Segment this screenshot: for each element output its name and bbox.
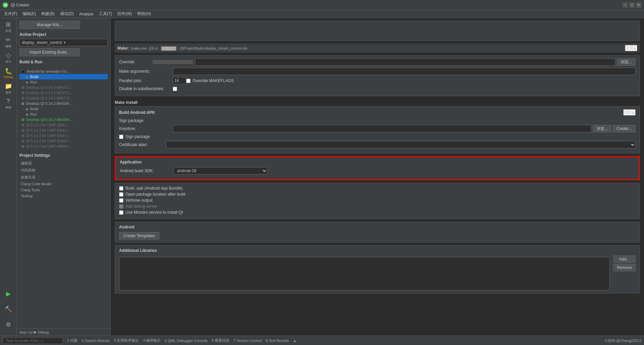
keystore-input[interactable] — [173, 125, 591, 132]
settings-editor[interactable]: 编辑器 — [19, 160, 108, 167]
sidebar-help[interactable]: ? 帮助 — [1, 96, 16, 111]
menu-controls[interactable]: 控件(W) — [115, 10, 135, 17]
uwp64-2-icon: 🖥 — [21, 134, 24, 138]
tree-build-android[interactable]: ▶ Build — [19, 74, 108, 79]
aab-label: Build .aab (Android App Bundle) — [125, 186, 183, 191]
verbose-checkbox[interactable] — [119, 198, 123, 203]
keystore-create-button[interactable]: Create... — [613, 125, 636, 132]
sidebar-edit[interactable]: ✏ 编辑 — [1, 35, 16, 50]
verbose-label: Verbose output — [125, 198, 153, 203]
tree-uwp-armv7-1[interactable]: 🖥 Qt 5.14.2 for UWP ARMv7 ... — [19, 138, 108, 144]
tree-uwp-64-1[interactable]: 🖥 Qt 5.14.2 for UWP 64bit (... — [19, 128, 108, 133]
apk-details-button[interactable]: 详情▲ — [623, 109, 636, 116]
libraries-list — [119, 257, 610, 290]
sidebar-welcome[interactable]: ⊞ 欢迎 — [1, 19, 16, 34]
keystore-browse-button[interactable]: 浏览... — [593, 125, 611, 132]
disable-subdirs-row: Disable in subdirectories: — [119, 86, 636, 91]
override-browse-button[interactable]: 浏览... — [617, 58, 636, 66]
statusbar-qml-debugger[interactable]: 5 QML Debugger Console — [165, 339, 207, 343]
manage-kits-button[interactable]: Manage Kits... — [19, 21, 80, 29]
android-section-header: Android — [119, 225, 636, 229]
tree-desktop-msvc1[interactable]: 🖥 Desktop Qt 5.14.2 MSVC2... — [19, 85, 108, 90]
make-details-button[interactable]: 详情▲ — [625, 45, 637, 51]
settings-testing[interactable]: Testing — [19, 193, 108, 199]
application-header: Application — [120, 160, 635, 164]
statusbar-problems[interactable]: 1 问题 — [67, 338, 77, 343]
tree-uwp-armv7-2[interactable]: 🖥 Qt 5.14.2 for UWP ARMv7 ... — [19, 144, 108, 149]
sidebar-debug[interactable]: 🐛 Debug — [1, 66, 16, 80]
libraries-remove-button[interactable]: Remove — [613, 264, 636, 271]
tree-android-arm[interactable]: 📱 Android for armeabi-v7a,... — [19, 68, 108, 74]
menu-debug[interactable]: 调试(D) — [57, 10, 76, 17]
statusbar-app-output[interactable]: 3 应用程序输出 — [114, 338, 139, 343]
sidebar-extra-btn[interactable]: ⚙ — [1, 318, 16, 332]
libraries-add-button[interactable]: Add... — [613, 256, 636, 263]
cert-alias-select[interactable] — [166, 141, 636, 148]
maximize-button[interactable]: □ — [629, 2, 635, 8]
tree-uwp-32[interactable]: 🖥 Qt 5.14.2 for UWP 32bit (... — [19, 122, 108, 128]
import-build-button[interactable]: Import Existing Build... — [19, 48, 80, 56]
override-input[interactable] — [195, 58, 615, 66]
debug-icon: 🐛 — [5, 67, 12, 75]
statusbar-search-results[interactable]: 2 Search Results — [82, 339, 110, 343]
parallel-jobs-spinbox[interactable] — [173, 77, 186, 84]
titlebar-title: Qt Creator — [11, 3, 30, 7]
tree-uwp-64-2[interactable]: 🖥 Qt 5.14.2 for UWP 64bit (... — [19, 133, 108, 138]
menu-analyze[interactable]: Analyze — [76, 11, 96, 17]
debug-label: Debug — [4, 75, 13, 79]
settings-code-style[interactable]: 代码风格 — [19, 167, 108, 174]
debug-bottom-icon: ▶ — [34, 330, 37, 334]
sign-package-checkbox[interactable] — [119, 135, 123, 139]
create-templates-button[interactable]: Create Templates — [119, 232, 159, 239]
sidebar-run-btn[interactable]: ▶ — [1, 287, 16, 301]
android-sdk-select[interactable]: android-28 android-29 android-30 — [173, 167, 267, 175]
tree-desktop-msvc3[interactable]: 🖥 Desktop Qt 5.14.2 MSVC2... — [19, 95, 108, 101]
tree-run-mingw[interactable]: ▶ Run — [19, 112, 108, 117]
settings-clang-tools[interactable]: Clang Tools — [19, 187, 108, 193]
aab-checkbox[interactable] — [119, 186, 123, 191]
active-project-label: Active Project — [19, 32, 108, 37]
checkbox-ministro: Use Ministro service to install Qt — [119, 210, 636, 215]
tree-desktop-mingw[interactable]: 🖥 Desktop Qt 5.14.2 MinGW ... — [19, 101, 108, 106]
sign-package-header-label: Sign package — [119, 118, 144, 123]
close-button[interactable]: ✕ — [636, 2, 641, 8]
uwp32-icon: 🖥 — [21, 123, 24, 127]
settings-clang-model[interactable]: Clang Code Model — [19, 181, 108, 187]
project-dropdown[interactable]: display_steam_control ▾ — [19, 39, 108, 46]
menu-tools[interactable]: 工具(T) — [96, 10, 115, 17]
welcome-icon: ⊞ — [6, 21, 11, 28]
disable-subdirs-label: Disable in subdirectories: — [119, 86, 173, 91]
statusbar-test-results[interactable]: 8 Test Results — [266, 339, 289, 343]
menu-edit[interactable]: 编辑(E) — [20, 10, 39, 17]
make-args-input[interactable] — [173, 68, 636, 75]
sidebar-project[interactable]: 📁 项目 — [1, 81, 16, 96]
tree-run-android[interactable]: ▶ Run — [19, 79, 108, 85]
menu-file[interactable]: 文件(F) — [1, 10, 20, 17]
uwp-armv7-1-icon: 🖥 — [21, 139, 24, 143]
ministro-checkbox[interactable] — [119, 210, 123, 215]
bottom-label-text: disp~rol — [19, 330, 33, 334]
checkbox-aab: Build .aab (Android App Bundle) — [119, 186, 636, 191]
sidebar-design[interactable]: ◇ 设计 — [1, 50, 16, 65]
menu-help[interactable]: 帮助(H) — [135, 10, 154, 17]
statusbar-search[interactable] — [3, 337, 63, 344]
open-location-checkbox[interactable] — [119, 192, 123, 197]
parallel-jobs-label: Parallel jobs: — [119, 78, 173, 83]
statusbar-version-control[interactable]: 7 Version Control — [233, 339, 262, 343]
extra-icon: ⚙ — [6, 321, 11, 328]
statusbar-summary[interactable]: 6 概要信息 — [212, 338, 229, 343]
menu-build[interactable]: 构建(B) — [39, 10, 57, 17]
build-run-tree: 📱 Android for armeabi-v7a,... ▶ Build ▶ … — [19, 68, 108, 149]
minimize-button[interactable]: − — [623, 2, 628, 8]
statusbar-scroll-up[interactable]: ▲ — [293, 339, 297, 343]
override-makeflags-checkbox[interactable] — [186, 79, 191, 83]
debug-server-checkbox[interactable] — [119, 204, 123, 209]
sidebar-build-btn[interactable]: 🔨 — [1, 302, 16, 317]
titlebar: Qt Qt Creator − □ ✕ — [0, 0, 644, 10]
tree-desktop-msvc2[interactable]: 🖥 Desktop Qt 5.14.2 MSVC2... — [19, 90, 108, 95]
tree-build-mingw[interactable]: ▶ Build — [19, 106, 108, 112]
tree-desktop-mingw-green[interactable]: 🖥 Desktop Qt 5.14.2 MinGW ... — [19, 117, 108, 122]
statusbar-compile-output[interactable]: 4 编译输出 — [143, 338, 161, 343]
settings-dependencies[interactable]: 依赖关系 — [19, 174, 108, 181]
disable-subdirs-checkbox[interactable] — [173, 87, 177, 91]
